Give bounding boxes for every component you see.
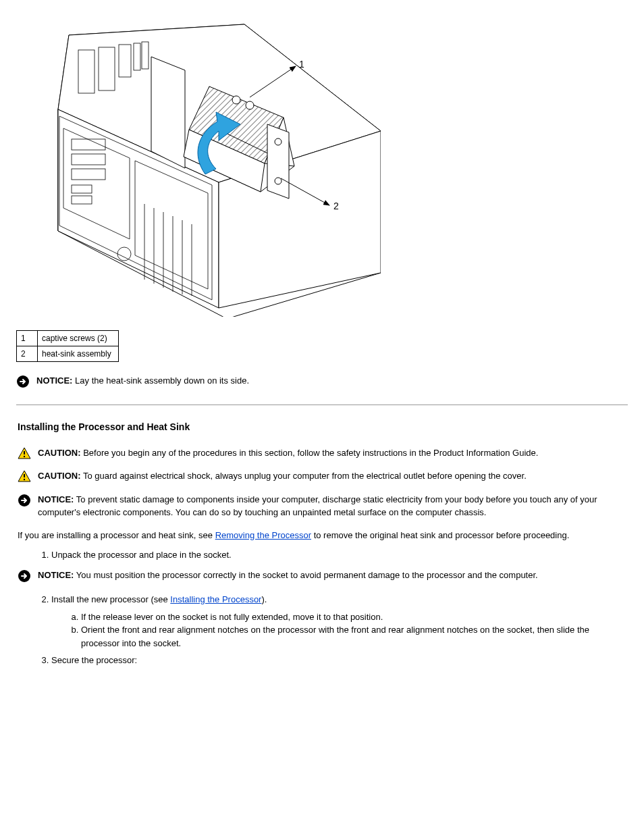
callout-row-label: heat-sink assembly — [38, 346, 119, 362]
notice-icon — [16, 375, 30, 392]
svg-point-33 — [24, 479, 25, 480]
substep-b: Orient the front and rear alignment notc… — [81, 623, 628, 650]
notice-position: NOTICE: You must position the processor … — [18, 569, 628, 587]
notice-body: To prevent static damage to components i… — [38, 494, 597, 518]
notice-static: NOTICE: To prevent static damage to comp… — [18, 493, 628, 519]
body-text-pre: If you are installing a processor and he… — [18, 530, 215, 540]
callout-row-num: 2 — [17, 346, 38, 362]
caution-shock: CAUTION: To guard against electrical sho… — [18, 469, 628, 486]
caution-icon — [18, 447, 31, 463]
notice-body: You must position the processor correctl… — [76, 570, 538, 580]
step-1: Unpack the processor and place in the so… — [51, 548, 628, 562]
caution-body: Before you begin any of the procedures i… — [83, 448, 538, 458]
svg-point-21 — [275, 138, 281, 145]
svg-point-23 — [232, 96, 240, 104]
notice-body: Lay the heat-sink assembly down on its s… — [75, 375, 249, 386]
caution-body: To guard against electrical shock, alway… — [83, 471, 527, 481]
substep-a: If the release lever on the socket is no… — [81, 610, 628, 624]
callout-1-num: 1 — [299, 59, 304, 70]
figure-heat-sink: 1 2 — [16, 16, 628, 317]
notice-text: NOTICE: Lay the heat-sink assembly down … — [36, 374, 628, 388]
caution-lead: CAUTION: — [38, 448, 81, 458]
callout-row-label: captive screws (2) — [38, 331, 119, 346]
callout-row-num: 1 — [17, 331, 38, 346]
svg-point-24 — [246, 101, 254, 109]
caution-text: CAUTION: To guard against electrical sho… — [38, 469, 628, 483]
notice-lay-heat-sink: NOTICE: Lay the heat-sink assembly down … — [16, 374, 628, 392]
notice-lead: NOTICE: — [38, 570, 74, 580]
diagram-svg: 1 2 — [16, 16, 381, 317]
step-2-pre: Install the new processor (see — [51, 594, 170, 604]
svg-point-22 — [275, 178, 281, 184]
link-installing-processor[interactable]: Installing the Processor — [170, 594, 261, 604]
svg-point-30 — [24, 455, 25, 457]
caution-icon — [18, 470, 31, 486]
caution-safety: CAUTION: Before you begin any of the pro… — [18, 446, 628, 463]
notice-text: NOTICE: To prevent static damage to comp… — [38, 493, 628, 519]
caution-lead: CAUTION: — [38, 471, 81, 481]
section-divider — [16, 405, 628, 405]
notice-lead: NOTICE: — [36, 375, 72, 386]
section-title: Installing the Processor and Heat Sink — [18, 420, 628, 434]
step-2-post: ). — [261, 594, 267, 604]
callout-table: 1 captive screws (2) 2 heat-sink assembl… — [16, 330, 119, 362]
step-2: Install the new processor (see Installin… — [51, 593, 628, 650]
notice-icon — [18, 569, 31, 587]
body-paragraph: If you are installing a processor and he… — [18, 529, 628, 542]
body-text-post: to remove the original heat sink and pro… — [311, 530, 569, 540]
notice-icon — [18, 494, 31, 511]
callout-2-num: 2 — [333, 201, 339, 211]
link-removing-processor[interactable]: Removing the Processor — [215, 530, 311, 540]
caution-text: CAUTION: Before you begin any of the pro… — [38, 446, 628, 460]
notice-text: NOTICE: You must position the processor … — [38, 569, 628, 582]
step-3: Secure the processor: — [51, 654, 628, 667]
notice-lead: NOTICE: — [38, 494, 74, 504]
